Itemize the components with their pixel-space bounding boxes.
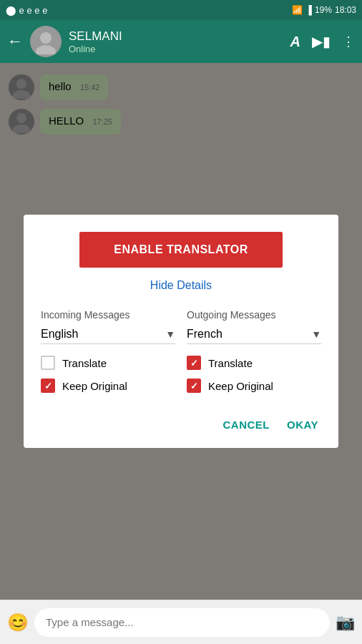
status-left: ⬤ e e e e	[6, 5, 47, 16]
dialog-actions: CANCEL OKAY	[41, 413, 321, 436]
chat-background: hello 15:42 HELLO 17:25 ENABLE TRANSLATO…	[0, 63, 362, 600]
incoming-lang-text: English	[41, 328, 165, 341]
incoming-translate-row: Translate	[41, 356, 175, 370]
avatar	[30, 26, 62, 57]
cancel-button[interactable]: CANCEL	[220, 413, 273, 436]
incoming-dropdown-arrow: ▼	[165, 328, 175, 340]
incoming-translate-label: Translate	[62, 357, 107, 369]
dialog: ENABLE TRANSLATOR Hide Details Incoming …	[24, 215, 338, 448]
contact-status: Online	[69, 44, 283, 54]
lang-columns: Incoming Messages English ▼ Translate Ke…	[41, 309, 321, 401]
top-bar: ← SELMANI Online A ▶▮ ⋮	[0, 20, 362, 63]
outgoing-translate-row: Translate	[187, 356, 321, 370]
app-icons: ⬤ e e e e	[6, 5, 47, 16]
incoming-keep-original-checkbox[interactable]	[41, 379, 55, 393]
outgoing-keep-original-checkbox[interactable]	[187, 379, 201, 393]
video-button[interactable]: ▶▮	[312, 33, 331, 50]
dialog-overlay: ENABLE TRANSLATOR Hide Details Incoming …	[0, 63, 362, 600]
battery-text: 19%	[315, 5, 332, 15]
outgoing-keep-original-row: Keep Original	[187, 379, 321, 393]
outgoing-dropdown-arrow: ▼	[311, 328, 321, 340]
enable-translator-button[interactable]: ENABLE TRANSLATOR	[79, 232, 282, 268]
dialog-header: ENABLE TRANSLATOR	[41, 232, 321, 268]
top-actions: A ▶▮ ⋮	[290, 33, 355, 50]
outgoing-keep-original-label: Keep Original	[208, 380, 273, 392]
status-bar: ⬤ e e e e 📶 ▐ 19% 18:03	[0, 0, 362, 20]
status-right: 📶 ▐ 19% 18:03	[292, 5, 356, 15]
outgoing-column: Outgoing Messages French ▼ Translate Kee…	[187, 309, 321, 401]
incoming-keep-original-label: Keep Original	[62, 380, 127, 392]
incoming-label: Incoming Messages	[41, 309, 175, 321]
time: 18:03	[335, 5, 356, 15]
outgoing-lang-select[interactable]: French ▼	[187, 328, 321, 344]
message-input[interactable]	[34, 608, 330, 637]
incoming-column: Incoming Messages English ▼ Translate Ke…	[41, 309, 175, 401]
incoming-keep-original-row: Keep Original	[41, 379, 175, 393]
outgoing-translate-label: Translate	[208, 357, 253, 369]
outgoing-translate-checkbox[interactable]	[187, 356, 201, 370]
contact-name: SELMANI	[69, 29, 283, 44]
wifi-icon: 📶	[292, 5, 303, 15]
outgoing-lang-text: French	[187, 328, 311, 341]
signal-icon: ▐	[305, 5, 312, 15]
svg-point-0	[40, 32, 52, 44]
svg-point-1	[36, 45, 56, 54]
outgoing-label: Outgoing Messages	[187, 309, 321, 321]
hide-details-link[interactable]: Hide Details	[41, 279, 321, 292]
back-button[interactable]: ←	[7, 32, 23, 51]
bottom-bar: 😊 📷	[0, 600, 362, 644]
emoji-button[interactable]: 😊	[7, 613, 29, 633]
okay-button[interactable]: OKAY	[284, 413, 321, 436]
incoming-translate-checkbox[interactable]	[41, 356, 55, 370]
camera-button[interactable]: 📷	[336, 613, 355, 632]
incoming-lang-select[interactable]: English ▼	[41, 328, 175, 344]
more-button[interactable]: ⋮	[342, 34, 355, 49]
translate-button[interactable]: A	[290, 34, 300, 50]
contact-info: SELMANI Online	[69, 29, 283, 54]
